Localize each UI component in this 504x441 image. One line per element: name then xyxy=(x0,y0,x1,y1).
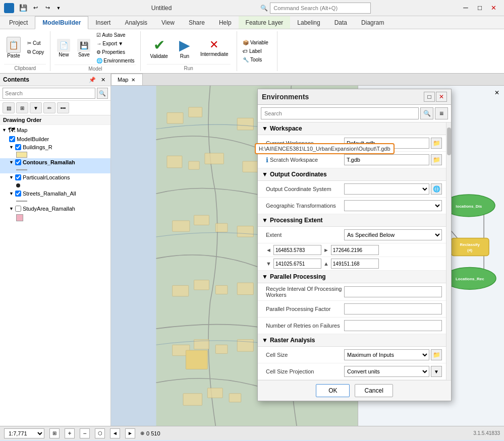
redo-btn[interactable]: ↪ xyxy=(42,3,52,13)
geo-transform-select[interactable] xyxy=(344,200,442,211)
layer-studyarea-check[interactable] xyxy=(15,206,21,212)
layer-buildings-check[interactable] xyxy=(15,144,21,150)
tab-project[interactable]: Project xyxy=(2,16,35,29)
ok-btn[interactable]: OK xyxy=(316,384,350,397)
prev-extent-btn[interactable]: ◄ xyxy=(110,428,120,438)
title-bar-search: 🔍 xyxy=(260,3,371,14)
tab-diagram[interactable]: Diagram xyxy=(354,16,391,29)
undo-btn[interactable]: ↩ xyxy=(30,3,40,13)
map-tab-close[interactable]: ✕ xyxy=(130,77,136,83)
zoom-to-layer-btn[interactable]: ⊞ xyxy=(49,428,60,438)
layer-particular[interactable]: ▼ ParticualrLocations xyxy=(0,173,110,181)
cell-size-proj-scroll-down[interactable]: ▼ xyxy=(431,366,442,377)
next-extent-btn[interactable]: ► xyxy=(125,428,135,438)
dropdown-btn[interactable]: ▼ xyxy=(54,3,63,13)
tab-insert[interactable]: Insert xyxy=(88,16,118,29)
layer-streets[interactable]: ▼ Streets_Ramallah_All xyxy=(0,190,110,198)
cylinder-btn[interactable]: ⊞ xyxy=(16,102,28,113)
navigate-btn[interactable]: ⬡ xyxy=(95,428,105,438)
autosave-btn[interactable]: ☑ Auto Save xyxy=(95,31,136,39)
workspace-section-header[interactable]: ▼ Workspace xyxy=(258,122,446,135)
svg-rect-28 xyxy=(229,394,241,402)
layer-contours[interactable]: ▼ Contours_Ramallah xyxy=(0,158,110,166)
zoom-out-btn[interactable]: − xyxy=(80,428,90,438)
validate-btn[interactable]: ✔ Validate xyxy=(147,35,172,60)
contents-search-input[interactable] xyxy=(3,88,95,99)
contents-search-btn[interactable]: 🔍 xyxy=(97,88,108,99)
raster-analysis-arrow: ▼ xyxy=(262,337,268,344)
dialog-scrollbar[interactable] xyxy=(446,122,451,380)
dialog-search-input[interactable] xyxy=(261,107,419,119)
export-btn[interactable]: → Export ▼ xyxy=(95,40,136,47)
filter-btn[interactable]: ▼ xyxy=(30,102,42,113)
tab-data[interactable]: Data xyxy=(327,16,354,29)
run-btn[interactable]: ▶ Run xyxy=(176,35,194,60)
command-search-input[interactable] xyxy=(270,3,371,14)
dialog-minimize-btn[interactable]: □ xyxy=(424,92,435,102)
layer-streets-check[interactable] xyxy=(15,191,21,197)
tab-share[interactable]: Share xyxy=(182,16,212,29)
contents-close-btn[interactable]: ✕ xyxy=(98,75,107,84)
extent-top-input[interactable] xyxy=(331,259,379,269)
properties-btn[interactable]: ⚙ Properties xyxy=(95,48,136,56)
tab-help[interactable]: Help xyxy=(212,16,239,29)
list-view-btn[interactable]: ▤ xyxy=(3,102,15,113)
more-btn[interactable]: ••• xyxy=(57,102,69,113)
tab-view[interactable]: View xyxy=(154,16,182,29)
map-tab[interactable]: Map ✕ xyxy=(111,74,143,85)
dialog-search-menu-btn[interactable]: ≡ xyxy=(435,107,448,119)
window-maximize[interactable]: □ xyxy=(474,3,486,13)
tab-analysis[interactable]: Analysis xyxy=(118,16,154,29)
raster-analysis-section-header[interactable]: ▼ Raster Analysis xyxy=(258,334,446,347)
layer-modelbuilder[interactable]: ModelBuilder xyxy=(0,135,110,143)
cell-size-select[interactable]: Maximum of Inputs xyxy=(344,349,429,360)
environments-btn[interactable]: 🌐 Environments xyxy=(95,57,136,65)
extent-select[interactable]: As Specified Below xyxy=(344,229,442,240)
cancel-btn[interactable]: Cancel xyxy=(355,384,393,397)
scale-select[interactable]: 1:7,771 xyxy=(4,428,44,438)
processing-extent-section-header[interactable]: ▼ Processing Extent xyxy=(258,214,446,227)
scratch-workspace-folder-btn[interactable]: 📁 xyxy=(431,154,442,165)
extent-right-input[interactable] xyxy=(331,245,379,255)
tab-feature-layer[interactable]: Feature Layer xyxy=(239,16,291,29)
dialog-search-btn[interactable]: 🔍 xyxy=(420,107,433,119)
mb-close-btn[interactable]: ✕ xyxy=(492,88,502,98)
retries-input[interactable] xyxy=(344,320,442,331)
extent-bottom-input[interactable] xyxy=(273,259,321,269)
layer-studyarea[interactable]: ▼ StudyArea_Ramallah xyxy=(0,205,110,213)
new-btn[interactable]: 📄 New xyxy=(54,37,73,59)
label-btn[interactable]: 🏷 Label xyxy=(241,47,273,55)
recycle-interval-input[interactable] xyxy=(344,286,442,297)
cell-size-folder-btn[interactable]: 📁 xyxy=(431,349,442,360)
save-quick-btn[interactable]: 💾 xyxy=(18,3,28,13)
cut-btn[interactable]: ✂ Cut xyxy=(25,39,46,47)
output-coords-section-header[interactable]: ▼ Output Coordinates xyxy=(258,168,446,181)
window-close[interactable]: ✕ xyxy=(488,3,500,13)
copy-btn[interactable]: ⧉ Copy xyxy=(25,48,46,56)
parallel-factor-input[interactable] xyxy=(344,303,442,314)
tab-modelbuilder[interactable]: ModelBuilder xyxy=(35,16,88,29)
pencil-btn[interactable]: ✏ xyxy=(43,102,55,113)
current-workspace-folder-btn[interactable]: 📁 xyxy=(431,138,442,149)
variable-btn[interactable]: 📦 Variable xyxy=(241,39,273,46)
tab-labeling[interactable]: Labeling xyxy=(290,16,327,29)
save-btn[interactable]: 💾 Save xyxy=(75,37,93,59)
layer-particular-check[interactable] xyxy=(15,174,21,180)
extent-left-input[interactable] xyxy=(273,245,321,255)
tools-btn[interactable]: 🔧 Tools xyxy=(241,56,273,64)
output-coord-system-select[interactable] xyxy=(344,183,429,195)
layer-map[interactable]: ▼ 🗺 Map xyxy=(0,125,110,135)
contents-pin-btn[interactable]: 📌 xyxy=(88,75,97,84)
window-minimize[interactable]: ─ xyxy=(460,3,472,13)
layer-buildings[interactable]: ▼ Buildings_R xyxy=(0,143,110,151)
intermediate-btn[interactable]: ✕ Intermediate xyxy=(198,37,231,58)
paste-btn[interactable]: 📋 Paste xyxy=(4,35,23,60)
zoom-in-btn[interactable]: + xyxy=(65,428,75,438)
dialog-close-btn[interactable]: ✕ xyxy=(436,92,447,102)
scratch-workspace-input[interactable] xyxy=(344,154,429,165)
layer-modelbuilder-check[interactable] xyxy=(9,136,15,142)
output-coord-globe-btn[interactable]: 🌐 xyxy=(431,183,442,195)
parallel-processing-section-header[interactable]: ▼ Parallel Processing xyxy=(258,271,446,283)
cell-size-projection-select[interactable]: Convert units xyxy=(344,366,429,377)
layer-contours-check[interactable] xyxy=(15,159,21,165)
